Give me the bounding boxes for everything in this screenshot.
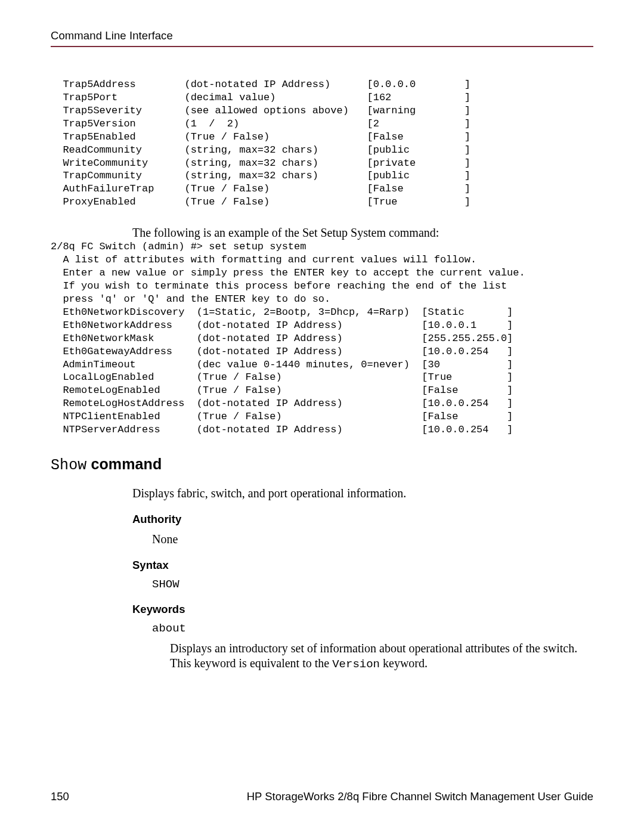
syntax-subhead: Syntax bbox=[132, 559, 593, 572]
eth-config-table: Eth0NetworkDiscovery (1=Static, 2=Bootp,… bbox=[51, 306, 593, 436]
kw-about-code: Version bbox=[332, 658, 380, 671]
authority-value: None bbox=[152, 532, 593, 547]
syntax-value: SHOW bbox=[152, 578, 179, 591]
page-footer: 150 HP StorageWorks 2/8q Fibre Channel S… bbox=[51, 790, 593, 803]
show-description: Displays fabric, switch, and port operat… bbox=[132, 486, 593, 501]
keywords-subhead: Keywords bbox=[132, 603, 593, 616]
content-body: Trap5Address (dot-notated IP Address) [0… bbox=[51, 78, 593, 672]
show-command-name: Show bbox=[51, 457, 86, 474]
setup-system-preamble: 2/8q FC Switch (admin) #> set setup syst… bbox=[51, 240, 593, 306]
kw-about-post: keyword. bbox=[380, 657, 428, 670]
page-number: 150 bbox=[51, 790, 69, 803]
doc-title: HP StorageWorks 2/8q Fibre Channel Switc… bbox=[247, 790, 593, 803]
show-command-label: command bbox=[86, 456, 162, 472]
keyword-about: about bbox=[152, 622, 186, 635]
authority-subhead: Authority bbox=[132, 513, 593, 526]
snmp-trap-table: Trap5Address (dot-notated IP Address) [0… bbox=[51, 78, 593, 209]
running-head: Command Line Interface bbox=[51, 29, 593, 42]
show-command-heading: Show command bbox=[51, 456, 593, 474]
keyword-about-desc: Displays an introductory set of informat… bbox=[170, 641, 593, 672]
setup-intro-para: The following is an example of the Set S… bbox=[132, 225, 593, 240]
header-rule bbox=[51, 46, 593, 47]
page: Command Line Interface Trap5Address (dot… bbox=[0, 0, 644, 833]
